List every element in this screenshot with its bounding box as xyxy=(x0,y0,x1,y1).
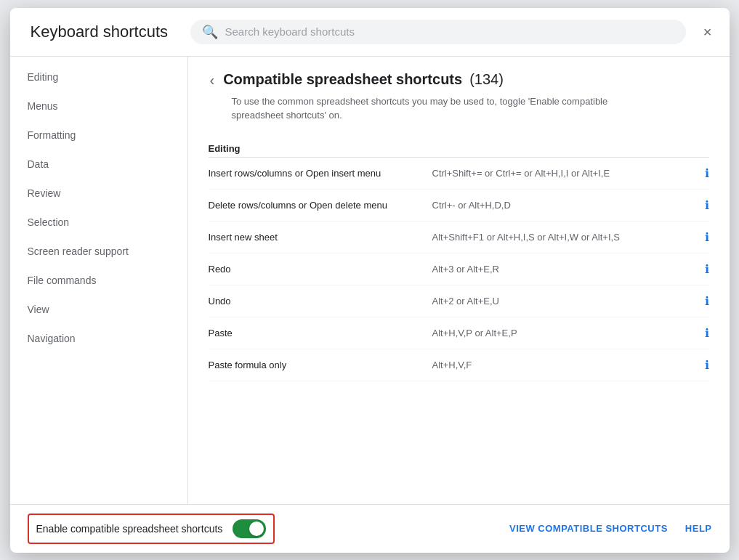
view-compatible-shortcuts-button[interactable]: VIEW COMPATIBLE SHORTCUTS xyxy=(506,517,671,540)
toggle-label: Enable compatible spreadsheet shortcuts xyxy=(36,523,223,535)
shortcut-action: Insert new sheet xyxy=(209,232,427,243)
sidebar-item-menus[interactable]: Menus xyxy=(10,92,187,121)
info-icon[interactable]: ℹ xyxy=(705,358,709,372)
dialog-body: Editing Menus Formatting Data Review Sel… xyxy=(10,57,730,504)
shortcut-keys: Ctrl+- or Alt+H,D,D xyxy=(432,200,699,211)
sidebar-item-navigation[interactable]: Navigation xyxy=(10,324,187,353)
shortcut-action: Delete rows/columns or Open delete menu xyxy=(209,200,427,211)
sidebar-item-formatting[interactable]: Formatting xyxy=(10,121,187,150)
table-row: Delete rows/columns or Open delete menu … xyxy=(209,190,709,222)
dialog-header: Keyboard shortcuts 🔍 × xyxy=(10,8,730,57)
table-row: Insert new sheet Alt+Shift+F1 or Alt+H,I… xyxy=(209,222,709,253)
table-row: Undo Alt+2 or Alt+E,U ℹ xyxy=(209,285,709,317)
info-icon[interactable]: ℹ xyxy=(705,294,709,308)
shortcut-keys: Alt+2 or Alt+E,U xyxy=(432,296,699,307)
shortcut-action: Insert rows/columns or Open insert menu xyxy=(209,168,427,179)
table-row: Redo Alt+3 or Alt+E,R ℹ xyxy=(209,253,709,285)
info-icon[interactable]: ℹ xyxy=(705,230,709,244)
footer-left: Enable compatible spreadsheet shortcuts xyxy=(28,514,498,544)
footer-right: VIEW COMPATIBLE SHORTCUTS HELP xyxy=(506,517,715,540)
dialog-footer: Enable compatible spreadsheet shortcuts … xyxy=(10,504,730,553)
search-icon: 🔍 xyxy=(202,25,218,38)
sidebar: Editing Menus Formatting Data Review Sel… xyxy=(10,57,188,504)
shortcut-keys: Alt+H,V,F xyxy=(432,360,699,370)
search-input[interactable] xyxy=(225,25,674,38)
content-header: ‹ Compatible spreadsheet shortcuts (134) xyxy=(209,71,709,89)
sidebar-item-file-commands[interactable]: File commands xyxy=(10,266,187,295)
shortcut-action: Paste xyxy=(209,328,427,338)
info-icon[interactable]: ℹ xyxy=(705,262,709,276)
shortcut-action: Redo xyxy=(209,264,427,275)
shortcut-keys: Alt+3 or Alt+E,R xyxy=(432,264,699,275)
shortcut-keys: Ctrl+Shift+= or Ctrl+= or Alt+H,I,I or A… xyxy=(432,168,699,179)
dialog-title: Keyboard shortcuts xyxy=(31,23,176,41)
table-row: Paste formula only Alt+H,V,F ℹ xyxy=(209,349,709,381)
table-row: Insert rows/columns or Open insert menu … xyxy=(209,158,709,190)
content-title: Compatible spreadsheet shortcuts xyxy=(223,71,462,88)
main-content: ‹ Compatible spreadsheet shortcuts (134)… xyxy=(188,57,730,504)
info-icon[interactable]: ℹ xyxy=(705,326,709,340)
shortcut-keys: Alt+H,V,P or Alt+E,P xyxy=(432,328,699,338)
info-icon[interactable]: ℹ xyxy=(705,166,709,180)
sidebar-item-editing[interactable]: Editing xyxy=(10,62,187,92)
back-button[interactable]: ‹ xyxy=(209,71,217,89)
search-box: 🔍 xyxy=(190,20,686,44)
shortcut-keys: Alt+Shift+F1 or Alt+H,I,S or Alt+I,W or … xyxy=(432,232,699,243)
toggle-thumb xyxy=(249,522,264,536)
sidebar-item-review[interactable]: Review xyxy=(10,179,187,208)
sidebar-item-data[interactable]: Data xyxy=(10,150,187,179)
shortcut-action: Undo xyxy=(209,296,427,307)
content-description: To use the common spreadsheet shortcuts … xyxy=(232,94,709,123)
compatible-shortcuts-toggle[interactable] xyxy=(233,519,266,538)
section-header-editing: Editing xyxy=(209,137,709,158)
help-button[interactable]: HELP xyxy=(682,517,715,540)
shortcut-count: (134) xyxy=(469,71,504,88)
sidebar-item-selection[interactable]: Selection xyxy=(10,208,187,237)
sidebar-item-screen-reader[interactable]: Screen reader support xyxy=(10,237,187,266)
sidebar-item-view[interactable]: View xyxy=(10,295,187,324)
keyboard-shortcuts-dialog: Keyboard shortcuts 🔍 × Editing Menus For… xyxy=(10,8,730,553)
close-button[interactable]: × xyxy=(700,22,715,42)
table-row: Paste Alt+H,V,P or Alt+E,P ℹ xyxy=(209,317,709,349)
content-inner: ‹ Compatible spreadsheet shortcuts (134)… xyxy=(188,57,730,504)
toggle-area: Enable compatible spreadsheet shortcuts xyxy=(28,514,275,544)
shortcut-action: Paste formula only xyxy=(209,360,427,370)
info-icon[interactable]: ℹ xyxy=(705,198,709,212)
